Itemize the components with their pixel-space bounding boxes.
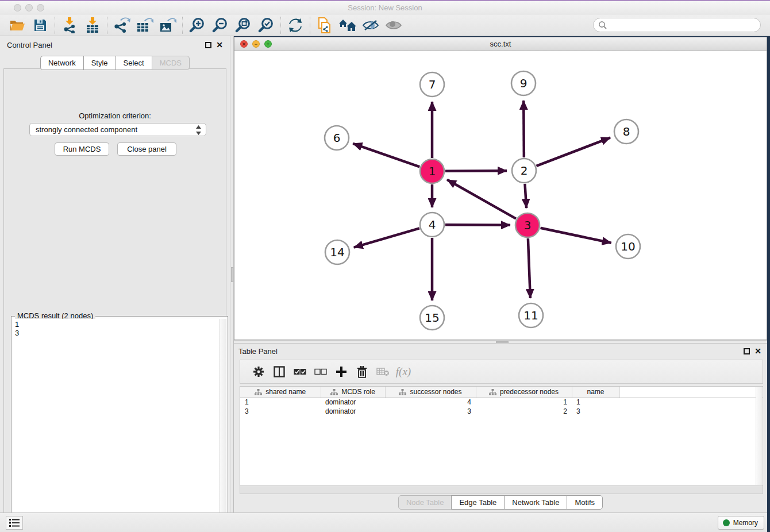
control-panel-tabs: NetworkStyleSelectMCDS bbox=[0, 56, 230, 70]
tab-edge-table[interactable]: Edge Table bbox=[451, 495, 505, 510]
import-table-icon[interactable] bbox=[81, 16, 104, 35]
table-cell[interactable]: 3 bbox=[240, 407, 321, 416]
column-header[interactable]: shared name bbox=[240, 387, 321, 398]
graph-edge-3-11[interactable] bbox=[528, 238, 530, 298]
network-window-titlebar: ✕ − + scc.txt bbox=[234, 37, 767, 51]
graph-edge-4-14[interactable] bbox=[354, 228, 419, 247]
control-panel-header: Control Panel ✕ bbox=[0, 40, 230, 52]
optimization-select[interactable]: strongly connected component bbox=[29, 123, 206, 136]
vertical-splitter[interactable] bbox=[230, 36, 234, 512]
graph-edge-1-6[interactable] bbox=[353, 144, 419, 167]
checked-boxes-icon[interactable] bbox=[290, 363, 310, 381]
table-row[interactable]: 1dominator411 bbox=[240, 398, 763, 407]
table-columns-icon[interactable] bbox=[269, 363, 290, 381]
memory-label: Memory bbox=[733, 519, 758, 527]
column-header[interactable]: successor nodes bbox=[385, 387, 476, 398]
graph-edge-3-10[interactable] bbox=[541, 228, 611, 243]
eye-icon[interactable] bbox=[382, 16, 405, 35]
export-table-icon[interactable] bbox=[133, 16, 156, 35]
column-header[interactable]: MCDS role bbox=[321, 387, 385, 398]
node-table-grid[interactable]: shared nameMCDS rolesuccessor nodesprede… bbox=[240, 387, 763, 416]
graph-edge-2-8[interactable] bbox=[536, 138, 610, 166]
sort-tree-icon bbox=[255, 389, 262, 395]
refresh-layout-icon[interactable] bbox=[284, 16, 307, 35]
toolbar-separator bbox=[55, 17, 55, 34]
table-panel: Table Panel ✕ bbox=[234, 344, 767, 512]
graph-edge-1-2[interactable] bbox=[445, 171, 507, 171]
export-image-icon[interactable] bbox=[156, 16, 179, 35]
graph-node-label-8: 8 bbox=[623, 125, 630, 138]
network-canvas[interactable]: 7968124314101511 bbox=[235, 51, 766, 340]
tab-network[interactable]: Network bbox=[40, 56, 84, 70]
save-session-icon[interactable] bbox=[29, 16, 52, 35]
close-panel-icon[interactable]: ✕ bbox=[754, 346, 761, 356]
memory-button[interactable]: Memory bbox=[718, 516, 764, 530]
tab-motifs[interactable]: Motifs bbox=[567, 495, 603, 510]
graph-node-label-3: 3 bbox=[524, 218, 532, 232]
table-cell[interactable]: 4 bbox=[385, 398, 476, 407]
table-cell[interactable]: 3 bbox=[572, 407, 619, 416]
graph-node-label-7: 7 bbox=[429, 78, 436, 91]
eye-slash-icon[interactable] bbox=[359, 16, 382, 35]
function-icon[interactable]: f(x) bbox=[393, 363, 414, 381]
zoom-fit-icon[interactable] bbox=[232, 16, 255, 35]
table-cell[interactable]: 1 bbox=[572, 398, 619, 407]
open-session-icon[interactable] bbox=[6, 16, 29, 35]
tab-style[interactable]: Style bbox=[83, 56, 116, 70]
gear-icon[interactable] bbox=[248, 363, 269, 381]
table-row[interactable]: 3dominator323 bbox=[240, 407, 763, 416]
control-panel-title: Control Panel bbox=[7, 41, 52, 49]
import-network-icon[interactable] bbox=[58, 16, 81, 35]
mcds-result-text[interactable]: 1 3 bbox=[13, 319, 218, 531]
search-input[interactable] bbox=[593, 18, 761, 32]
trash-icon[interactable] bbox=[352, 363, 372, 381]
documents-share-icon[interactable] bbox=[313, 16, 336, 35]
optimization-value: strongly connected component bbox=[36, 125, 137, 134]
graph-node-label-6: 6 bbox=[333, 131, 341, 145]
result-scrollbar[interactable] bbox=[219, 319, 226, 531]
graph-edge-4-3[interactable] bbox=[445, 225, 510, 225]
run-mcds-button[interactable]: Run MCDS bbox=[55, 142, 109, 156]
task-list-icon[interactable] bbox=[6, 516, 23, 530]
export-network-icon[interactable] bbox=[110, 16, 133, 35]
close-panel-button[interactable]: Close panel bbox=[117, 142, 176, 156]
main-toolbar bbox=[0, 14, 770, 36]
houses-icon[interactable] bbox=[336, 16, 359, 35]
tab-mcds[interactable]: MCDS bbox=[152, 56, 190, 70]
table-cell[interactable]: dominator bbox=[321, 398, 385, 407]
table-cell[interactable]: 3 bbox=[385, 407, 476, 416]
splitter-grip[interactable] bbox=[496, 341, 509, 343]
graph-edge-2-3[interactable] bbox=[525, 184, 526, 208]
table-cell[interactable]: dominator bbox=[321, 407, 385, 416]
table-cell[interactable]: 2 bbox=[476, 407, 572, 416]
float-panel-icon[interactable] bbox=[205, 42, 211, 48]
table-cell[interactable]: 1 bbox=[476, 398, 572, 407]
delete-table-icon[interactable] bbox=[372, 363, 393, 381]
window-title: Session: New Session bbox=[0, 3, 770, 12]
column-header[interactable]: name bbox=[572, 387, 619, 398]
toolbar-separator bbox=[310, 17, 310, 34]
graph-edge-2-9[interactable] bbox=[523, 101, 524, 157]
zoom-out-icon[interactable] bbox=[209, 16, 232, 35]
tab-select[interactable]: Select bbox=[116, 56, 152, 70]
tab-node-table[interactable]: Node Table bbox=[398, 495, 452, 510]
plus-icon[interactable] bbox=[331, 363, 352, 381]
close-panel-icon[interactable]: ✕ bbox=[216, 40, 223, 49]
table-toolbar: f(x) bbox=[240, 360, 763, 384]
graph-node-label-10: 10 bbox=[621, 240, 635, 253]
unchecked-boxes-icon[interactable] bbox=[310, 363, 331, 381]
graph-edge-3-1[interactable] bbox=[447, 180, 516, 219]
table-panel-header: Table Panel ✕ bbox=[234, 346, 767, 358]
splitter-grip[interactable] bbox=[231, 267, 233, 282]
graph-node-label-9: 9 bbox=[520, 76, 528, 90]
select-stepper-icon bbox=[196, 125, 201, 135]
graph-node-label-11: 11 bbox=[523, 309, 538, 322]
zoom-selected-icon[interactable] bbox=[255, 16, 278, 35]
network-graph: 7968124314101511 bbox=[235, 51, 766, 340]
zoom-in-icon[interactable] bbox=[186, 16, 209, 35]
tab-network-table[interactable]: Network Table bbox=[504, 495, 567, 510]
table-scrollbar[interactable] bbox=[756, 387, 762, 485]
table-cell[interactable]: 1 bbox=[240, 398, 321, 407]
column-header[interactable]: predecessor nodes bbox=[476, 387, 572, 398]
float-panel-icon[interactable] bbox=[744, 348, 750, 354]
